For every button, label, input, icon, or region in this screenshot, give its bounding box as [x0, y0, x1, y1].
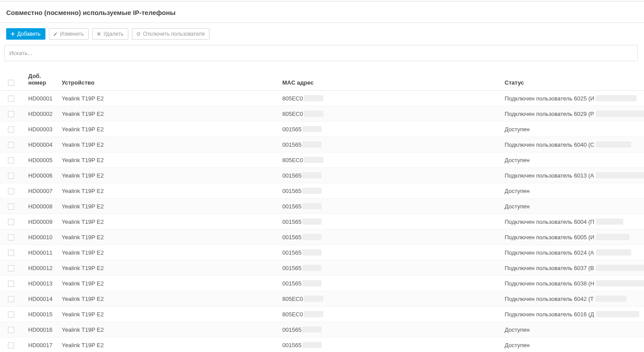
cell-mac: 001565	[279, 276, 501, 291]
redacted-block	[302, 280, 322, 286]
cell-mac: 001565	[279, 337, 501, 352]
refresh-icon	[136, 31, 141, 37]
row-checkbox[interactable]	[8, 219, 14, 225]
table-row[interactable]: HD00001Yealink T19P E2805EC0Подключен по…	[0, 91, 644, 106]
cell-mac: 001565	[279, 122, 501, 137]
add-button[interactable]: Добавить	[6, 28, 45, 40]
cell-ext: HD00003	[25, 122, 58, 137]
row-checkbox[interactable]	[8, 296, 14, 302]
cell-mac: 805EC0	[279, 152, 501, 168]
row-checkbox[interactable]	[8, 342, 14, 348]
row-checkbox[interactable]	[8, 126, 14, 133]
col-ext[interactable]: Доб. номер	[25, 68, 58, 91]
table-row[interactable]: HD00006Yealink T19P E2001565Подключен по…	[0, 168, 644, 183]
cell-mac: 001565	[279, 168, 501, 183]
table-row[interactable]: HD00002Yealink T19P E2805EC0Подключен по…	[0, 106, 644, 122]
cell-mac: 001565	[279, 322, 501, 337]
select-all-checkbox[interactable]	[8, 80, 14, 86]
cell-ext: HD00002	[25, 106, 58, 122]
table-row[interactable]: HD00003Yealink T19P E2001565Доступен	[0, 122, 644, 137]
cell-ext: HD00004	[25, 137, 58, 152]
table-row[interactable]: HD00016Yealink T19P E2001565Доступен	[0, 322, 644, 337]
redacted-block	[596, 95, 637, 101]
table-row[interactable]: HD00010Yealink T19P E2001565Подключен по…	[0, 230, 644, 245]
table-row[interactable]: HD00007Yealink T19P E2001565Доступен	[0, 183, 644, 199]
row-checkbox[interactable]	[8, 281, 14, 287]
redacted-block	[595, 296, 626, 302]
table-row[interactable]: HD00004Yealink T19P E2001565Подключен по…	[0, 137, 644, 152]
cell-status: Доступен	[501, 337, 644, 352]
table-row[interactable]: HD00011Yealink T19P E2001565Подключен по…	[0, 245, 644, 260]
cell-ext: HD00009	[25, 214, 58, 230]
redacted-block	[304, 111, 323, 117]
redacted-block	[596, 219, 623, 225]
cell-ext: HD00015	[25, 307, 58, 322]
col-status[interactable]: Статус	[501, 68, 644, 91]
row-checkbox[interactable]	[8, 327, 14, 333]
redacted-block	[596, 111, 644, 117]
redacted-block	[302, 234, 322, 240]
cell-device: Yealink T19P E2	[58, 152, 279, 168]
cell-status: Подключен пользователь 6016 (Д	[501, 307, 644, 322]
row-checkbox[interactable]	[8, 265, 14, 271]
delete-button[interactable]: Удалить	[92, 28, 128, 40]
cell-status: Подключен пользователь 6005 (И	[501, 230, 644, 245]
redacted-block	[596, 249, 631, 256]
cell-status: Доступен	[501, 322, 644, 337]
cell-device: Yealink T19P E2	[58, 230, 279, 245]
row-checkbox[interactable]	[8, 142, 14, 148]
table-row[interactable]: HD00005Yealink T19P E2805EC0Доступен	[0, 152, 644, 168]
table-row[interactable]: HD00012Yealink T19P E2001565Подключен по…	[0, 260, 644, 276]
col-mac[interactable]: MAC адрес	[279, 68, 501, 91]
row-checkbox[interactable]	[8, 250, 14, 256]
cell-device: Yealink T19P E2	[58, 291, 279, 307]
row-checkbox[interactable]	[8, 173, 14, 179]
cell-ext: HD00014	[25, 291, 58, 307]
row-checkbox[interactable]	[8, 234, 14, 241]
redacted-block	[304, 95, 323, 101]
table-row[interactable]: HD00013Yealink T19P E2001565Подключен по…	[0, 276, 644, 291]
cell-status: Подключен пользователь 6038 (Н	[501, 276, 644, 291]
table-row[interactable]: HD00009Yealink T19P E2001565Подключен по…	[0, 214, 644, 230]
add-button-label: Добавить	[17, 31, 41, 37]
table-row[interactable]: HD00014Yealink T19P E2805EC0Подключен по…	[0, 291, 644, 307]
cell-device: Yealink T19P E2	[58, 137, 279, 152]
cell-ext: HD00005	[25, 152, 58, 168]
redacted-block	[302, 188, 322, 194]
row-checkbox[interactable]	[8, 311, 14, 318]
cell-mac: 805EC0	[279, 106, 501, 122]
cell-status: Подключен пользователь 6013 (А	[501, 168, 644, 183]
logout-user-button-label: Отключить пользователя	[143, 31, 205, 37]
cell-status: Подключен пользователь 6037 (В	[501, 260, 644, 276]
cell-mac: 001565	[279, 137, 501, 152]
cell-mac: 001565	[279, 245, 501, 260]
cell-device: Yealink T19P E2	[58, 245, 279, 260]
edit-button-label: Изменить	[60, 31, 84, 37]
logout-user-button[interactable]: Отключить пользователя	[132, 28, 210, 40]
cell-ext: HD00017	[25, 337, 58, 352]
cell-ext: HD00012	[25, 260, 58, 276]
row-checkbox[interactable]	[8, 157, 14, 163]
table-row[interactable]: HD00017Yealink T19P E2001565Доступен	[0, 337, 644, 352]
row-checkbox[interactable]	[8, 96, 14, 102]
table-row[interactable]: HD00008Yealink T19P E2001565Доступен	[0, 199, 644, 214]
cell-ext: HD00013	[25, 276, 58, 291]
cell-mac: 001565	[279, 199, 501, 214]
table-row[interactable]: HD00015Yealink T19P E2805EC0Подключен по…	[0, 307, 644, 322]
edit-button[interactable]: Изменить	[49, 28, 89, 40]
cell-device: Yealink T19P E2	[58, 322, 279, 337]
x-icon	[96, 31, 101, 37]
cell-device: Yealink T19P E2	[58, 260, 279, 276]
table-header-row: Доб. номер Устройство MAC адрес Статус	[0, 68, 644, 91]
cell-device: Yealink T19P E2	[58, 106, 279, 122]
row-checkbox[interactable]	[8, 188, 14, 194]
search-input[interactable]	[4, 45, 638, 61]
cell-status: Доступен	[501, 199, 644, 214]
row-checkbox[interactable]	[8, 111, 14, 117]
cell-mac: 805EC0	[279, 307, 501, 322]
redacted-block	[304, 157, 323, 163]
col-device[interactable]: Устройство	[58, 68, 279, 91]
redacted-block	[596, 141, 631, 148]
row-checkbox[interactable]	[8, 204, 14, 210]
cell-ext: HD00006	[25, 168, 58, 183]
